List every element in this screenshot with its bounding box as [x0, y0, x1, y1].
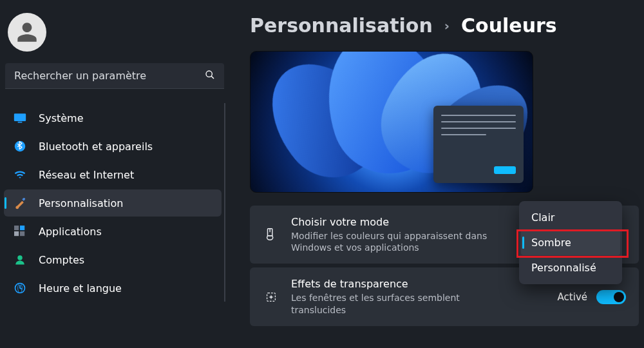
nav-label: Réseau et Internet [39, 169, 134, 181]
page-title: Couleurs [461, 14, 557, 37]
bluetooth-icon [13, 139, 27, 153]
nav-label: Bluetooth et appareils [39, 140, 153, 153]
toggle-state-label: Activé [558, 291, 587, 303]
sparkle-icon [263, 290, 279, 304]
wifi-icon [13, 168, 27, 182]
svg-rect-8 [20, 231, 24, 236]
sidebar-item-personalization[interactable]: Personnalisation [4, 189, 222, 217]
mode-option-light[interactable]: Clair [521, 205, 620, 230]
setting-title: Effets de transparence [291, 278, 504, 290]
svg-rect-3 [18, 122, 23, 123]
svg-rect-7 [14, 231, 19, 236]
nav-label: Système [39, 112, 84, 124]
preview-accent-button [494, 166, 516, 174]
setting-subtitle: Les fenêtres et les surfaces semblent tr… [291, 292, 504, 315]
preview-window-mock [433, 106, 524, 183]
sidebar-item-time-language[interactable]: Heure et langue [4, 275, 222, 302]
mode-option-custom[interactable]: Personnalisé [521, 255, 620, 280]
main-content: Personnalisation › Couleurs Choisir votr… [229, 0, 644, 348]
search-input[interactable] [14, 70, 185, 82]
color-preview [250, 51, 533, 193]
nav-label: Personnalisation [39, 197, 123, 209]
setting-title: Choisir votre mode [291, 216, 504, 228]
sidebar-item-bluetooth[interactable]: Bluetooth et appareils [4, 133, 222, 160]
breadcrumb-parent[interactable]: Personnalisation [250, 14, 433, 37]
apps-icon [13, 224, 27, 238]
sidebar-item-system[interactable]: Système [4, 104, 222, 131]
search-box[interactable] [5, 63, 224, 89]
svg-line-1 [211, 76, 214, 79]
svg-rect-2 [14, 113, 26, 121]
nav-label: Heure et langue [39, 282, 122, 295]
avatar [8, 13, 46, 52]
monitor-icon [13, 111, 27, 125]
account-icon [13, 253, 27, 267]
nav-label: Comptes [39, 254, 84, 266]
sidebar: Système Bluetooth et appareils Réseau et… [0, 0, 229, 348]
sidebar-item-network[interactable]: Réseau et Internet [4, 161, 222, 188]
sidebar-item-apps[interactable]: Applications [4, 218, 222, 245]
svg-point-4 [15, 141, 26, 152]
chevron-right-icon: › [444, 18, 450, 34]
nav-list: Système Bluetooth et appareils Réseau et… [4, 103, 225, 302]
setting-subtitle: Modifier les couleurs qui apparaissent d… [291, 230, 504, 253]
svg-point-0 [206, 71, 212, 77]
svg-rect-6 [20, 226, 24, 230]
breadcrumb: Personnalisation › Couleurs [250, 14, 639, 37]
mode-dropdown: Clair Sombre Personnalisé [519, 201, 622, 284]
svg-point-9 [17, 255, 23, 260]
transparency-toggle[interactable] [596, 290, 626, 304]
svg-rect-5 [14, 226, 19, 230]
mode-option-dark[interactable]: Sombre [521, 230, 620, 255]
brush-icon [263, 227, 279, 242]
clock-globe-icon [13, 281, 27, 295]
nav-label: Applications [39, 226, 102, 238]
sidebar-item-accounts[interactable]: Comptes [4, 246, 222, 273]
user-profile[interactable] [4, 9, 225, 63]
search-icon [205, 70, 215, 82]
person-icon [15, 21, 39, 44]
paintbrush-icon [13, 196, 27, 210]
